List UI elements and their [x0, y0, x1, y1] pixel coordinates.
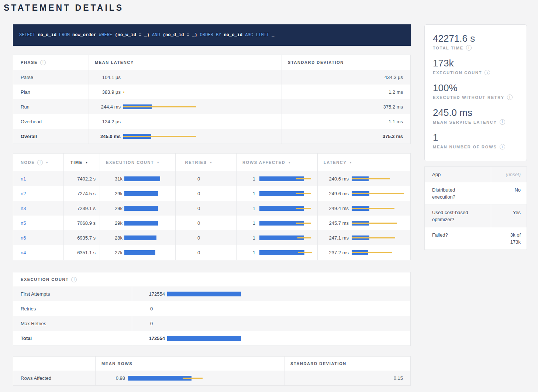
rows-affected-bar	[259, 221, 314, 226]
retries-cell: 0	[176, 186, 237, 201]
latency-value: 237.2 ms	[324, 250, 349, 255]
mean-latency-value: 244.4 ms	[95, 104, 121, 110]
sql-keyword: WHERE	[99, 32, 115, 38]
exec-count-cell: 29k	[100, 186, 176, 201]
exec-row-bar	[167, 292, 403, 296]
time-header-cell[interactable]: TIME ▼	[64, 154, 100, 171]
mean-rows-header-label: MEAN ROWS	[101, 361, 132, 366]
sql-identifier: new_order	[72, 32, 99, 38]
rows-affected-value: 1	[242, 235, 255, 241]
rows-affected-cell: 1	[237, 245, 318, 260]
mean-latency-cell: 124.2 µs	[89, 114, 282, 129]
detail-label: Failed?	[425, 227, 491, 250]
exec-count-value: 29k	[106, 191, 123, 196]
node-cell: n3	[13, 201, 64, 216]
rows-affected-cell: 1	[237, 171, 318, 186]
table-row: Overhead 124.2 µs 1.1 ms	[13, 114, 410, 129]
stat-execution-count: 173k EXECUTION COUNTi	[433, 58, 518, 75]
rows-affected-label: Rows Affected	[13, 371, 96, 385]
node-link[interactable]: n5	[21, 220, 26, 226]
mean-rows-header-cell: MEAN ROWS	[96, 357, 284, 371]
latency-header-cell[interactable]: LATENCY ▼	[318, 154, 410, 171]
exec-count-cell: 29k	[100, 216, 176, 230]
exec-row-bar	[167, 306, 403, 311]
latency-cell: 247.1 ms	[318, 230, 410, 245]
phase-name: Plan	[13, 85, 89, 99]
exec-row-label: First Attempts	[13, 286, 132, 301]
exec-count-bar	[124, 191, 172, 196]
rows-affected-cell: 1	[237, 186, 318, 201]
statement-details-page: STATEMENT DETAILS SELECT no_o_id FROM ne…	[0, 3, 538, 392]
table-row: n6 6935.7 s 28k 0 1 247.1 ms	[13, 230, 410, 245]
exec-count-cell: 28k	[100, 230, 176, 245]
exec-row-value: 172554	[138, 291, 165, 297]
detail-value: No	[491, 182, 527, 204]
std-dev-value: 1.1 ms	[389, 119, 410, 124]
std-dev-cell: 434.3 µs	[282, 70, 410, 85]
stat-value: 100%	[433, 82, 518, 94]
mean-latency-cell: 104.1 µs	[89, 70, 282, 85]
node-link[interactable]: n3	[21, 206, 26, 211]
rows-affected-bar	[259, 191, 314, 196]
exec-count-header-cell[interactable]: EXECUTION COUNT ▼	[100, 154, 176, 171]
exec-row-value: 172554	[138, 336, 165, 341]
sql-identifier: (no_d_id = _)	[163, 32, 200, 38]
info-icon[interactable]: i	[500, 144, 505, 149]
info-icon[interactable]: i	[466, 45, 472, 51]
rows-affected-header-cell[interactable]: ROWS AFFECTED ▼	[237, 154, 318, 171]
phase-name: Overhead	[13, 114, 89, 129]
latency-bar	[123, 75, 279, 80]
sql-statement: SELECT no_o_id FROM new_order WHERE (no_…	[19, 32, 274, 38]
info-icon[interactable]: i	[37, 160, 43, 165]
node-link[interactable]: n2	[21, 191, 26, 196]
info-icon[interactable]: i	[500, 119, 505, 125]
sort-arrow-icon[interactable]: ▼	[85, 161, 88, 164]
sort-arrow-icon[interactable]: ▼	[45, 161, 48, 164]
stat-value: 42271.6 s	[433, 33, 518, 44]
sort-arrow-icon[interactable]: ▼	[156, 161, 159, 164]
latency-cell: 237.2 ms	[318, 245, 410, 260]
std-dev-cell: 1.2 ms	[282, 85, 410, 99]
stat-value: 173k	[433, 58, 518, 69]
execution-count-header: EXECUTION COUNT i	[13, 272, 410, 286]
exec-row-value-cell: 172554	[132, 286, 410, 301]
info-icon[interactable]: i	[507, 94, 513, 100]
stat-mean-number-of-rows: 1 MEAN NUMBER OF ROWSi	[433, 132, 518, 149]
sql-keyword: FROM	[59, 32, 72, 38]
time-cell: 7274.5 s	[64, 186, 100, 201]
node-link[interactable]: n4	[21, 250, 26, 255]
main-column: SELECT no_o_id FROM new_order WHERE (no_…	[13, 24, 411, 386]
info-icon[interactable]: i	[40, 60, 46, 65]
latency-cell: 249.4 ms	[318, 201, 410, 216]
sql-keyword: ASC LIMIT	[245, 32, 272, 38]
node-cell: n1	[13, 171, 64, 186]
node-header-label: NODE	[21, 160, 35, 165]
exec-row-value: 0	[138, 321, 165, 326]
retries-header-cell[interactable]: RETRIES ▼	[176, 154, 237, 171]
node-link[interactable]: n1	[21, 176, 26, 182]
sort-arrow-icon[interactable]: ▼	[288, 161, 291, 164]
exec-row-label: Retries	[13, 301, 132, 316]
latency-bar	[352, 221, 407, 226]
exec-row-bar	[167, 321, 403, 326]
latency-cell: 240.6 ms	[318, 171, 410, 186]
node-header-cell[interactable]: NODE i ▼	[13, 154, 64, 171]
retries-header-label: RETRIES	[185, 160, 207, 165]
stat-total-time: 42271.6 s TOTAL TIMEi	[433, 33, 518, 51]
node-link[interactable]: n6	[21, 235, 26, 241]
rows-affected-table: MEAN ROWS STANDARD DEVIATION Rows Affect…	[13, 356, 411, 386]
sql-identifier: no_o_id	[224, 32, 245, 38]
std-dev-value: 375.3 ms	[383, 134, 410, 139]
phase-table: PHASE i MEAN LATENCY STANDARD DEVIATION …	[13, 55, 411, 144]
sort-arrow-icon[interactable]: ▼	[349, 161, 352, 164]
phase-table-header: PHASE i MEAN LATENCY STANDARD DEVIATION	[13, 55, 410, 70]
node-table: NODE i ▼ TIME ▼ EXECUTION COUNT ▼ RETRIE…	[13, 153, 411, 260]
stat-label: MEAN NUMBER OF ROWSi	[433, 144, 518, 149]
exec-row-value-cell: 0	[132, 301, 410, 316]
sort-arrow-icon[interactable]: ▼	[209, 161, 212, 164]
exec-count-bar	[124, 221, 172, 226]
rows-affected-bar	[259, 250, 314, 255]
info-icon[interactable]: i	[71, 277, 77, 282]
std-dev-value: 375.2 ms	[383, 104, 410, 110]
info-icon[interactable]: i	[484, 70, 490, 75]
